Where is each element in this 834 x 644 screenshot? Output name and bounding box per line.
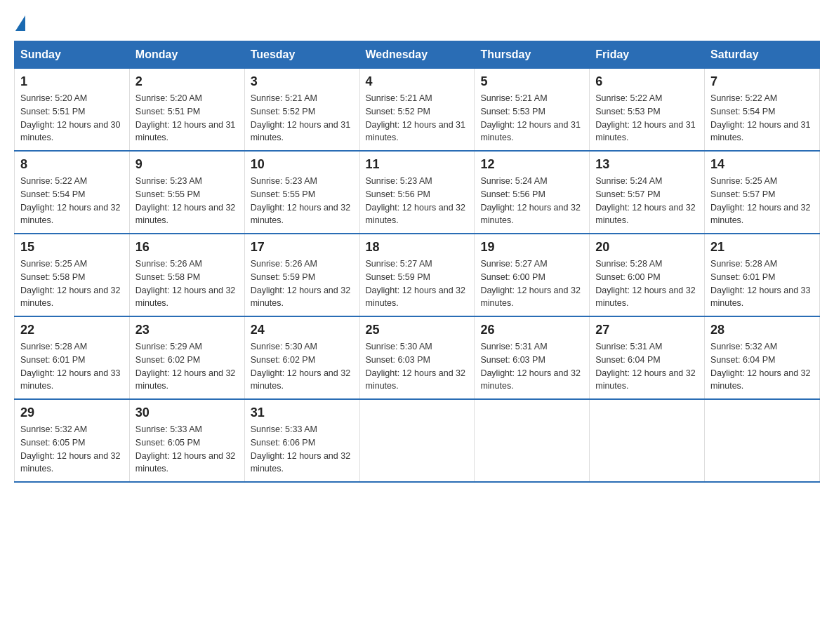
- calendar-header-friday: Friday: [590, 41, 705, 69]
- day-number: 5: [480, 74, 583, 89]
- calendar-header-sunday: Sunday: [15, 41, 130, 69]
- day-info: Sunrise: 5:27 AM Sunset: 5:59 PM Dayligh…: [366, 257, 469, 310]
- calendar-header-monday: Monday: [129, 41, 244, 69]
- calendar-cell: 4 Sunrise: 5:21 AM Sunset: 5:52 PM Dayli…: [359, 69, 475, 152]
- calendar-cell: 15 Sunrise: 5:25 AM Sunset: 5:58 PM Dayl…: [15, 234, 130, 316]
- day-number: 22: [20, 323, 124, 337]
- calendar-cell: 10 Sunrise: 5:23 AM Sunset: 5:55 PM Dayl…: [244, 151, 359, 234]
- day-number: 14: [710, 157, 814, 172]
- calendar-cell: 25 Sunrise: 5:30 AM Sunset: 6:03 PM Dayl…: [359, 316, 475, 399]
- day-number: 28: [710, 323, 814, 337]
- calendar-header-wednesday: Wednesday: [359, 41, 475, 69]
- day-number: 12: [480, 157, 583, 172]
- day-number: 9: [135, 157, 239, 172]
- calendar-week-row: 8 Sunrise: 5:22 AM Sunset: 5:54 PM Dayli…: [15, 151, 820, 234]
- day-info: Sunrise: 5:20 AM Sunset: 5:51 PM Dayligh…: [20, 92, 124, 145]
- day-info: Sunrise: 5:21 AM Sunset: 5:53 PM Dayligh…: [480, 92, 583, 145]
- calendar-cell: 22 Sunrise: 5:28 AM Sunset: 6:01 PM Dayl…: [15, 316, 130, 399]
- calendar-cell: 8 Sunrise: 5:22 AM Sunset: 5:54 PM Dayli…: [15, 151, 130, 234]
- calendar-cell: 24 Sunrise: 5:30 AM Sunset: 6:02 PM Dayl…: [244, 316, 359, 399]
- day-info: Sunrise: 5:25 AM Sunset: 5:57 PM Dayligh…: [710, 175, 814, 227]
- day-number: 16: [135, 240, 239, 255]
- day-info: Sunrise: 5:22 AM Sunset: 5:53 PM Dayligh…: [595, 92, 699, 145]
- day-number: 3: [251, 74, 354, 89]
- day-number: 23: [135, 323, 239, 337]
- calendar-week-row: 22 Sunrise: 5:28 AM Sunset: 6:01 PM Dayl…: [15, 316, 820, 399]
- day-info: Sunrise: 5:26 AM Sunset: 5:58 PM Dayligh…: [135, 257, 239, 310]
- day-info: Sunrise: 5:22 AM Sunset: 5:54 PM Dayligh…: [20, 175, 124, 227]
- day-number: 30: [135, 405, 239, 420]
- calendar-cell: 20 Sunrise: 5:28 AM Sunset: 6:00 PM Dayl…: [590, 234, 705, 316]
- calendar-cell: 5 Sunrise: 5:21 AM Sunset: 5:53 PM Dayli…: [475, 69, 590, 152]
- day-number: 17: [251, 240, 354, 255]
- day-number: 31: [251, 405, 354, 420]
- calendar-week-row: 29 Sunrise: 5:32 AM Sunset: 6:05 PM Dayl…: [15, 399, 820, 482]
- day-number: 10: [251, 157, 354, 172]
- day-number: 20: [595, 240, 699, 255]
- calendar-cell: 7 Sunrise: 5:22 AM Sunset: 5:54 PM Dayli…: [705, 69, 820, 152]
- day-number: 24: [251, 323, 354, 337]
- day-number: 6: [595, 74, 699, 89]
- day-info: Sunrise: 5:33 AM Sunset: 6:05 PM Dayligh…: [135, 423, 239, 476]
- day-number: 7: [710, 74, 814, 89]
- day-info: Sunrise: 5:23 AM Sunset: 5:55 PM Dayligh…: [135, 175, 239, 227]
- day-info: Sunrise: 5:28 AM Sunset: 6:01 PM Dayligh…: [20, 340, 124, 393]
- day-info: Sunrise: 5:31 AM Sunset: 6:03 PM Dayligh…: [480, 340, 583, 393]
- day-info: Sunrise: 5:26 AM Sunset: 5:59 PM Dayligh…: [251, 257, 354, 310]
- day-number: 18: [366, 240, 469, 255]
- day-info: Sunrise: 5:32 AM Sunset: 6:04 PM Dayligh…: [710, 340, 814, 393]
- day-info: Sunrise: 5:25 AM Sunset: 5:58 PM Dayligh…: [20, 257, 124, 310]
- calendar-cell: 17 Sunrise: 5:26 AM Sunset: 5:59 PM Dayl…: [244, 234, 359, 316]
- page-header: [14, 14, 820, 27]
- calendar-cell: 6 Sunrise: 5:22 AM Sunset: 5:53 PM Dayli…: [590, 69, 705, 152]
- day-info: Sunrise: 5:30 AM Sunset: 6:03 PM Dayligh…: [366, 340, 469, 393]
- day-info: Sunrise: 5:22 AM Sunset: 5:54 PM Dayligh…: [710, 92, 814, 145]
- calendar-cell: [475, 399, 590, 482]
- calendar-cell: 31 Sunrise: 5:33 AM Sunset: 6:06 PM Dayl…: [244, 399, 359, 482]
- day-number: 29: [20, 405, 124, 420]
- calendar-table: SundayMondayTuesdayWednesdayThursdayFrid…: [14, 41, 820, 483]
- day-info: Sunrise: 5:23 AM Sunset: 5:56 PM Dayligh…: [366, 175, 469, 227]
- calendar-week-row: 1 Sunrise: 5:20 AM Sunset: 5:51 PM Dayli…: [15, 69, 820, 152]
- day-info: Sunrise: 5:29 AM Sunset: 6:02 PM Dayligh…: [135, 340, 239, 393]
- day-info: Sunrise: 5:28 AM Sunset: 6:01 PM Dayligh…: [710, 257, 814, 310]
- calendar-cell: 11 Sunrise: 5:23 AM Sunset: 5:56 PM Dayl…: [359, 151, 475, 234]
- day-info: Sunrise: 5:32 AM Sunset: 6:05 PM Dayligh…: [20, 423, 124, 476]
- logo-triangle-icon: [15, 15, 25, 31]
- day-number: 21: [710, 240, 814, 255]
- day-info: Sunrise: 5:27 AM Sunset: 6:00 PM Dayligh…: [480, 257, 583, 310]
- calendar-cell: 9 Sunrise: 5:23 AM Sunset: 5:55 PM Dayli…: [129, 151, 244, 234]
- day-info: Sunrise: 5:23 AM Sunset: 5:55 PM Dayligh…: [251, 175, 354, 227]
- day-number: 25: [366, 323, 469, 337]
- calendar-cell: 30 Sunrise: 5:33 AM Sunset: 6:05 PM Dayl…: [129, 399, 244, 482]
- calendar-cell: 2 Sunrise: 5:20 AM Sunset: 5:51 PM Dayli…: [129, 69, 244, 152]
- calendar-cell: 27 Sunrise: 5:31 AM Sunset: 6:04 PM Dayl…: [590, 316, 705, 399]
- day-number: 15: [20, 240, 124, 255]
- calendar-cell: 14 Sunrise: 5:25 AM Sunset: 5:57 PM Dayl…: [705, 151, 820, 234]
- calendar-cell: 13 Sunrise: 5:24 AM Sunset: 5:57 PM Dayl…: [590, 151, 705, 234]
- calendar-week-row: 15 Sunrise: 5:25 AM Sunset: 5:58 PM Dayl…: [15, 234, 820, 316]
- day-number: 27: [595, 323, 699, 337]
- calendar-header-tuesday: Tuesday: [244, 41, 359, 69]
- day-info: Sunrise: 5:31 AM Sunset: 6:04 PM Dayligh…: [595, 340, 699, 393]
- calendar-cell: 12 Sunrise: 5:24 AM Sunset: 5:56 PM Dayl…: [475, 151, 590, 234]
- day-info: Sunrise: 5:24 AM Sunset: 5:57 PM Dayligh…: [595, 175, 699, 227]
- calendar-cell: [590, 399, 705, 482]
- calendar-cell: 3 Sunrise: 5:21 AM Sunset: 5:52 PM Dayli…: [244, 69, 359, 152]
- logo: [14, 14, 25, 27]
- day-number: 4: [366, 74, 469, 89]
- calendar-cell: 26 Sunrise: 5:31 AM Sunset: 6:03 PM Dayl…: [475, 316, 590, 399]
- calendar-cell: 29 Sunrise: 5:32 AM Sunset: 6:05 PM Dayl…: [15, 399, 130, 482]
- day-info: Sunrise: 5:21 AM Sunset: 5:52 PM Dayligh…: [251, 92, 354, 145]
- day-number: 13: [595, 157, 699, 172]
- calendar-header-saturday: Saturday: [705, 41, 820, 69]
- calendar-cell: 21 Sunrise: 5:28 AM Sunset: 6:01 PM Dayl…: [705, 234, 820, 316]
- day-info: Sunrise: 5:20 AM Sunset: 5:51 PM Dayligh…: [135, 92, 239, 145]
- day-number: 19: [480, 240, 583, 255]
- calendar-cell: 16 Sunrise: 5:26 AM Sunset: 5:58 PM Dayl…: [129, 234, 244, 316]
- calendar-cell: [359, 399, 475, 482]
- day-info: Sunrise: 5:24 AM Sunset: 5:56 PM Dayligh…: [480, 175, 583, 227]
- calendar-header-thursday: Thursday: [475, 41, 590, 69]
- day-info: Sunrise: 5:33 AM Sunset: 6:06 PM Dayligh…: [251, 423, 354, 476]
- calendar-cell: 19 Sunrise: 5:27 AM Sunset: 6:00 PM Dayl…: [475, 234, 590, 316]
